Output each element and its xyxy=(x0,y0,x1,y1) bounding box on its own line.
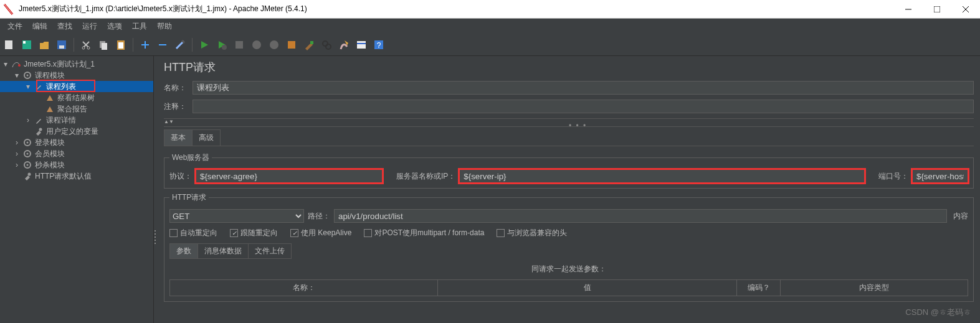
subtab-params[interactable]: 参数 xyxy=(169,243,198,259)
tree-item-label: 会员模块 xyxy=(35,149,65,159)
col-encode[interactable]: 编码？ xyxy=(737,280,781,296)
remote-stop-icon[interactable] xyxy=(267,38,281,52)
stop-icon[interactable] xyxy=(232,38,246,52)
svg-point-21 xyxy=(270,40,278,49)
svg-rect-23 xyxy=(310,41,313,44)
collapse-bar[interactable]: ▲▼• • • xyxy=(164,118,974,127)
svg-text:?: ? xyxy=(377,41,381,50)
copy-icon[interactable] xyxy=(97,38,110,52)
svg-point-39 xyxy=(27,164,29,166)
tree-item[interactable]: HTTP请求默认值 xyxy=(0,171,153,182)
tree-root-label: Jmeter5.x测试计划_1 xyxy=(24,59,95,70)
col-value[interactable]: 值 xyxy=(438,280,737,296)
svg-point-33 xyxy=(39,128,42,131)
path-label: 路径： xyxy=(308,211,330,222)
clear-icon[interactable] xyxy=(285,38,298,52)
start-notimers-icon[interactable] xyxy=(215,38,229,52)
function-helper-icon[interactable] xyxy=(354,38,368,52)
maximize-button[interactable] xyxy=(923,0,951,19)
col-name[interactable]: 名称： xyxy=(170,280,438,296)
protocol-input[interactable] xyxy=(196,169,383,183)
tree-item[interactable]: ›课程详情 xyxy=(0,115,153,126)
pipette-icon xyxy=(34,115,44,125)
svg-rect-19 xyxy=(235,41,243,49)
clear-all-icon[interactable] xyxy=(302,38,316,52)
menu-options[interactable]: 选项 xyxy=(102,21,127,32)
gear-icon xyxy=(22,70,32,80)
wrench-icon xyxy=(34,126,44,136)
tree-item[interactable]: 用户定义的变量 xyxy=(0,126,153,137)
tree-root[interactable]: ▾ Jmeter5.x测试计划_1 xyxy=(0,59,153,70)
menu-edit[interactable]: 编辑 xyxy=(27,21,52,32)
expand-icon[interactable] xyxy=(138,38,152,52)
browser-header-checkbox[interactable]: 与浏览器兼容的头 xyxy=(497,228,567,238)
tab-basic[interactable]: 基本 xyxy=(164,129,193,146)
col-content-type[interactable]: 内容类型 xyxy=(781,280,968,296)
svg-point-37 xyxy=(27,153,29,155)
server-input[interactable] xyxy=(459,169,865,183)
triangle-icon xyxy=(45,104,55,114)
reset-search-icon[interactable] xyxy=(337,38,351,52)
web-server-legend: Web服务器 xyxy=(169,152,212,163)
new-icon[interactable] xyxy=(2,38,16,52)
tree-item[interactable]: ›秒杀模块 xyxy=(0,159,153,171)
collapse-icon[interactable] xyxy=(156,38,169,52)
svg-rect-22 xyxy=(288,41,295,49)
auto-redirect-checkbox[interactable]: 自动重定向 xyxy=(169,228,217,238)
menu-file[interactable]: 文件 xyxy=(2,21,27,32)
minimize-button[interactable] xyxy=(894,0,923,19)
toolbar: ? xyxy=(0,34,980,56)
web-server-group: Web服务器 协议： 服务器名称或IP： 端口号： xyxy=(164,152,974,189)
svg-point-20 xyxy=(252,40,261,49)
open-icon[interactable] xyxy=(37,38,51,52)
port-input[interactable] xyxy=(912,169,968,183)
paste-icon[interactable] xyxy=(114,38,128,52)
name-input[interactable] xyxy=(193,81,974,95)
method-select[interactable]: GET xyxy=(169,209,304,223)
start-icon[interactable] xyxy=(197,38,211,52)
subtab-body[interactable]: 消息体数据 xyxy=(197,243,249,259)
menu-run[interactable]: 运行 xyxy=(77,21,102,32)
pipette-icon xyxy=(34,82,44,91)
params-header: 同请求一起发送参数： xyxy=(169,264,968,274)
tree-item[interactable]: 聚合报告 xyxy=(0,103,153,115)
tree-item-label: 用户定义的变量 xyxy=(46,126,98,137)
templates-icon[interactable] xyxy=(20,38,34,52)
close-button[interactable] xyxy=(951,0,980,19)
param-tabs: 参数 消息体数据 文件上传 xyxy=(169,243,968,259)
help-icon[interactable]: ? xyxy=(372,38,386,52)
comment-input[interactable] xyxy=(193,100,974,113)
search-icon[interactable] xyxy=(320,38,333,52)
app-icon xyxy=(2,3,15,16)
tree-item[interactable]: 察看结果树 xyxy=(0,92,153,103)
tree-panel: ▾ Jmeter5.x测试计划_1 ▾课程模块▾课程列表察看结果树聚合报告›课程… xyxy=(0,56,154,323)
save-icon[interactable] xyxy=(55,38,69,52)
protocol-label: 协议： xyxy=(169,171,192,182)
menu-tools[interactable]: 工具 xyxy=(127,21,152,32)
multipart-checkbox[interactable]: 对POST使用multipart / form-data xyxy=(364,228,484,238)
tree-item[interactable]: ›登录模块 xyxy=(0,137,153,148)
cut-icon[interactable] xyxy=(79,38,93,52)
http-request-group: HTTP请求 GET 路径： 内容 自动重定向 跟随重定向 使用 KeepAli… xyxy=(164,192,974,302)
tree-item[interactable]: ›会员模块 xyxy=(0,148,153,159)
port-label: 端口号： xyxy=(878,171,908,182)
tree-item[interactable]: ▾课程模块 xyxy=(0,70,153,81)
subtab-files[interactable]: 文件上传 xyxy=(248,243,292,259)
tab-advanced[interactable]: 高级 xyxy=(192,129,221,146)
toggle-icon[interactable] xyxy=(173,38,187,52)
page-title: HTTP请求 xyxy=(164,60,974,75)
menu-search[interactable]: 查找 xyxy=(52,21,77,32)
tree-item-label: 察看结果树 xyxy=(57,93,95,103)
path-input[interactable] xyxy=(334,209,947,223)
svg-rect-26 xyxy=(357,41,366,49)
name-label: 名称： xyxy=(164,83,193,93)
follow-redirect-checkbox[interactable]: 跟随重定向 xyxy=(230,228,278,238)
tabs: 基本 高级 xyxy=(164,129,974,146)
shutdown-icon[interactable] xyxy=(250,38,264,52)
keepalive-checkbox[interactable]: 使用 KeepAlive xyxy=(290,228,351,238)
tree-item[interactable]: ▾课程列表 xyxy=(0,81,153,92)
tree-item-label: 秒杀模块 xyxy=(35,160,65,171)
svg-point-30 xyxy=(18,64,21,67)
menu-help[interactable]: 帮助 xyxy=(152,21,177,32)
comment-label: 注释： xyxy=(164,101,193,112)
